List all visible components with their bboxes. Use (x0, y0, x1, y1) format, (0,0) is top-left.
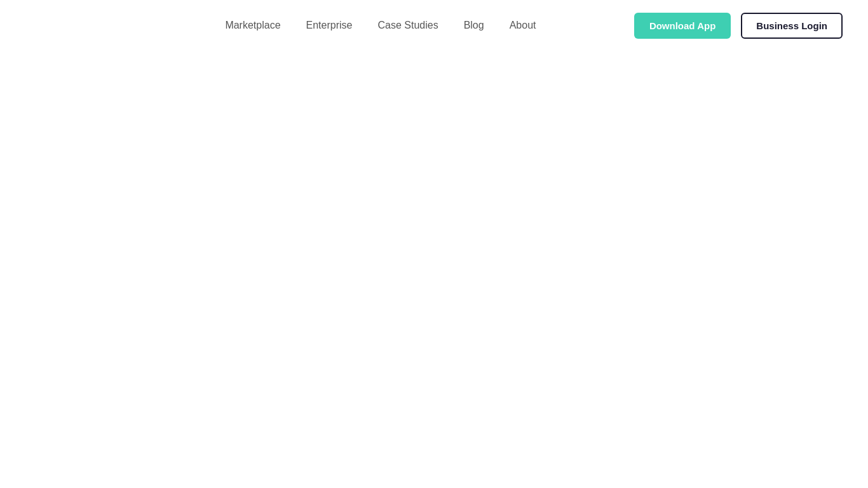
nav-item-about[interactable]: About (510, 20, 536, 31)
download-app-button[interactable]: Download App (634, 13, 731, 39)
site-header: Marketplace Enterprise Case Studies Blog… (0, 0, 868, 51)
nav-actions: Download App Business Login (634, 13, 843, 39)
nav-item-marketplace[interactable]: Marketplace (225, 20, 280, 31)
nav-item-blog[interactable]: Blog (464, 20, 484, 31)
main-nav: Marketplace Enterprise Case Studies Blog… (127, 20, 634, 31)
nav-item-case-studies[interactable]: Case Studies (377, 20, 438, 31)
business-login-button[interactable]: Business Login (741, 13, 843, 39)
main-content (0, 51, 868, 488)
nav-item-enterprise[interactable]: Enterprise (306, 20, 353, 31)
